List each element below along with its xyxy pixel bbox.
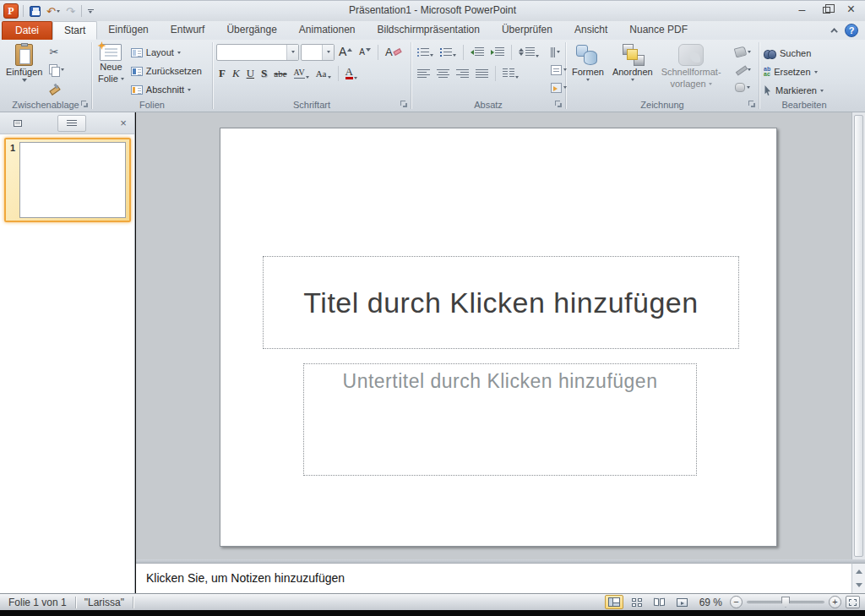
font-size-select[interactable] [301,44,335,61]
zoom-slider-thumb[interactable] [781,597,790,608]
shape-effects-button[interactable] [732,79,753,95]
tab-bildschirmpraesentation[interactable]: Bildschirmpräsentation [367,21,491,40]
scroll-down-icon[interactable] [856,583,862,587]
dialog-launcher-zwischenablage[interactable] [81,101,89,108]
dialog-launcher-zeichnung[interactable] [748,101,756,108]
decrease-indent-button[interactable] [468,46,487,58]
fit-to-window-button[interactable] [846,596,860,608]
align-center-button[interactable] [434,68,452,79]
numbering-button[interactable] [438,47,459,57]
copy-button[interactable] [46,62,67,78]
increase-indent-icon [491,47,504,57]
align-right-button[interactable] [454,68,471,79]
scrollbar-thumb[interactable] [854,115,863,557]
shape-fill-button[interactable] [732,44,753,60]
close-button[interactable]: × [839,1,863,18]
normal-view-button[interactable] [605,595,623,609]
layout-button[interactable]: Layout [128,44,204,61]
slide-thumbnail-preview [19,142,126,218]
font-name-select[interactable] [216,44,299,61]
minimize-ribbon-button[interactable] [833,28,838,33]
grow-font-button[interactable]: A [336,46,355,58]
shape-outline-button[interactable] [732,62,753,78]
bold-button[interactable]: F [216,67,228,79]
slide-canvas[interactable]: Titel durch Klicken hinzufügen Untertite… [220,128,777,547]
group-label: Zwischenablage [0,100,91,110]
tab-label: Start [64,25,85,36]
line-spacing-button[interactable] [516,46,541,58]
tab-start[interactable]: Start [52,21,97,40]
slide-thumbnail-1[interactable]: 1 [4,138,131,222]
paste-button[interactable]: Einfügen [2,41,46,82]
reset-label: Zurücksetzen [146,66,202,76]
reading-view-button[interactable] [650,595,669,609]
columns-button[interactable] [500,68,521,79]
shrink-font-button[interactable]: A [356,47,373,57]
tab-folien[interactable] [3,115,32,132]
tab-entwurf[interactable]: Entwurf [160,21,216,40]
character-spacing-button[interactable]: AV [291,67,312,79]
tab-datei[interactable]: Datei [2,21,52,40]
help-button[interactable]: ? [845,24,858,37]
cut-button[interactable]: ✂ [46,44,67,60]
change-case-button[interactable]: Aa [313,68,334,79]
quick-styles-button[interactable]: Schnellformat- vorlagen [657,41,726,90]
fit-to-window-icon [849,599,857,606]
format-painter-button[interactable] [46,79,67,95]
shape-effects-icon [735,83,745,92]
ribbon-tab-bar: Datei Start Einfügen Entwurf Übergänge A… [0,21,865,40]
theme-indicator[interactable]: "Larissa" [76,597,133,608]
tab-nuance-pdf[interactable]: Nuance PDF [618,21,699,40]
zoom-out-button[interactable]: − [730,596,743,608]
bullets-button[interactable] [415,47,436,57]
select-button[interactable]: Markieren [761,82,847,99]
new-slide-label-1: Neue [100,62,122,73]
zoom-level[interactable]: 69 % [696,597,726,608]
section-button[interactable]: Abschnitt [128,81,204,98]
slide-count-indicator[interactable]: Folie 1 von 1 [0,597,75,608]
tab-animationen[interactable]: Animationen [288,21,367,40]
font-color-button[interactable]: A [343,66,360,80]
arrange-button[interactable]: Anordnen [608,41,657,81]
close-panel-button[interactable]: × [116,117,131,129]
tab-ueberpruefen[interactable]: Überprüfen [491,21,563,40]
clear-formatting-button[interactable]: A [383,46,404,58]
increase-indent-button[interactable] [488,46,507,58]
justify-button[interactable] [473,68,491,79]
text-shadow-button[interactable]: S [258,67,269,79]
tab-label: Entwurf [171,24,205,35]
align-left-button[interactable] [415,68,432,79]
italic-button[interactable]: K [230,67,242,79]
layout-icon [131,48,143,57]
zoom-slider[interactable] [747,601,824,603]
minimize-button[interactable]: – [790,1,814,18]
tab-gliederung[interactable] [57,115,86,132]
replace-button[interactable]: abacErsetzen [761,63,847,80]
shapes-button[interactable]: Formen [568,41,608,81]
new-slide-button[interactable]: Neue Folie [94,41,128,84]
strikethrough-button[interactable]: abe [271,68,289,79]
dialog-launcher-schriftart[interactable] [400,101,408,108]
dialog-launcher-absatz[interactable] [555,101,563,108]
reset-button[interactable]: Zurücksetzen [128,63,204,79]
scroll-up-icon[interactable] [856,570,862,574]
text-shadow-icon: S [261,68,267,79]
window-controls: – × [790,1,863,18]
subtitle-placeholder[interactable]: Untertitel durch Klicken hinzufügen [303,363,697,476]
chevron-down-icon [306,76,309,79]
notes-pane[interactable]: Klicken Sie, um Notizen hinzuzufügen [136,563,851,593]
restore-button[interactable] [814,1,839,18]
shapes-icon [575,44,601,66]
tab-uebergaenge[interactable]: Übergänge [215,21,287,40]
tab-einfuegen[interactable]: Einfügen [97,21,159,40]
find-button[interactable]: Suchen [761,45,847,62]
title-placeholder[interactable]: Titel durch Klicken hinzufügen [263,256,739,349]
tab-ansicht[interactable]: Ansicht [563,21,618,40]
slide-sorter-view-button[interactable] [628,595,646,609]
group-schriftart: A A A F K U S abe AV Aa A Schriftart [213,40,411,112]
vertical-scrollbar[interactable] [851,112,865,559]
underline-button[interactable]: U [244,67,257,79]
notes-scrollbar[interactable] [851,563,865,593]
slideshow-view-button[interactable] [673,595,692,609]
zoom-in-button[interactable]: + [829,596,841,608]
